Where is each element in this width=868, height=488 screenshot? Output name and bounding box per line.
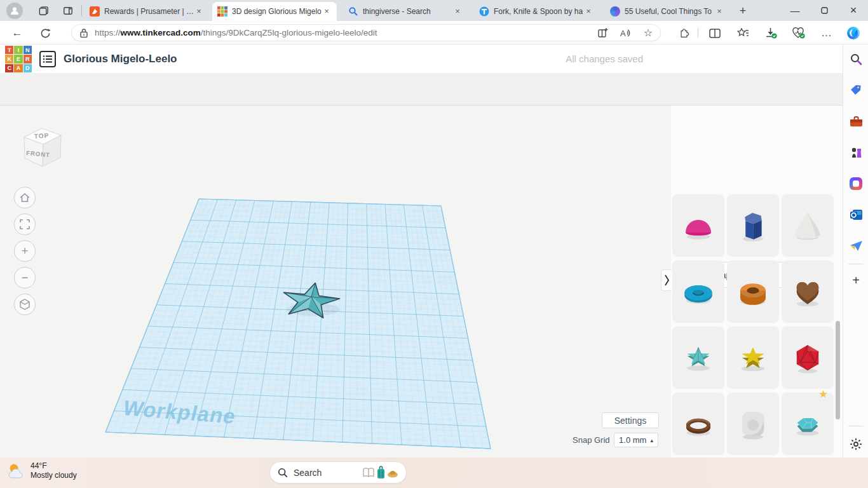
tinkercad-logo-tile: N <box>24 46 32 54</box>
drop-icon[interactable] <box>849 239 863 253</box>
tinkercad-logo-tile: C <box>5 64 13 72</box>
design-title[interactable]: Glorious Migelo-Leelo <box>64 44 177 74</box>
minimize-icon[interactable]: — <box>780 0 810 20</box>
taskbar-search[interactable]: Search <box>269 461 407 484</box>
browser-essentials-icon[interactable] <box>790 25 807 41</box>
3d-viewport[interactable] <box>0 105 671 458</box>
shape-heart[interactable] <box>782 261 834 323</box>
favorite-star-icon[interactable]: ☆ <box>644 27 653 39</box>
read-aloud-icon[interactable]: A <box>620 28 632 38</box>
url-omnibox[interactable]: https://www.tinkercad.com/things/9DkCarq… <box>71 24 661 41</box>
shopping-icon[interactable] <box>849 83 863 97</box>
close-icon[interactable]: × <box>583 6 593 17</box>
weather-temp: 44°F <box>31 461 46 470</box>
tab-actions-icon[interactable] <box>60 3 76 19</box>
tools-icon[interactable] <box>849 114 863 128</box>
shape-star[interactable] <box>672 327 724 389</box>
weather-icon <box>6 463 25 479</box>
extensions-icon[interactable] <box>676 25 693 41</box>
view-cube[interactable]: TOP FRONT <box>19 119 66 173</box>
snap-grid-label: Snap Grid <box>573 435 610 445</box>
fit-view-icon[interactable] <box>14 214 36 235</box>
divider <box>81 5 82 16</box>
split-screen-icon[interactable] <box>707 25 723 41</box>
divider <box>698 28 698 37</box>
weather-desc: Mostly cloudy <box>31 471 77 480</box>
caret-up-icon: ▴ <box>650 437 653 444</box>
pinwheel-icon <box>610 6 620 17</box>
tab-title: Rewards | Prusameter | Prin <box>104 7 194 16</box>
panel-scrollbar[interactable] <box>836 321 840 419</box>
hat-icon <box>387 468 398 478</box>
shape-torus[interactable] <box>672 261 724 323</box>
book-icon <box>362 467 375 478</box>
split-add-icon[interactable] <box>597 27 609 39</box>
tinkercad-logo-tile: K <box>5 55 13 63</box>
settings-button[interactable]: Settings <box>602 412 659 428</box>
zoom-in-icon[interactable]: + <box>14 240 36 262</box>
maximize-icon[interactable] <box>810 0 839 20</box>
tab-thingiverse-thing[interactable]: Fork, Knife & Spoon by ha × <box>474 2 599 21</box>
tab-article[interactable]: 55 Useful, Cool Things To × <box>605 2 729 21</box>
new-tab-icon[interactable]: + <box>735 3 751 19</box>
workspaces-icon[interactable] <box>35 3 51 19</box>
luggage-icon <box>377 466 385 479</box>
copilot-icon[interactable] <box>845 25 862 41</box>
edge-sidebar: + <box>843 44 868 458</box>
tab-thingiverse-search[interactable]: thingiverse - Search × <box>343 2 468 21</box>
tinkercad-header: TINKERCAD Glorious Migelo-Leelo All chan… <box>0 44 843 74</box>
games-icon[interactable] <box>849 146 863 159</box>
windows-taskbar: 44°FMostly cloudy Search 1 L <box>0 458 868 488</box>
close-icon[interactable]: × <box>452 6 463 17</box>
shape-polygon[interactable] <box>727 194 779 257</box>
tab-title: 55 Useful, Cool Things To <box>625 7 714 16</box>
home-icon[interactable] <box>14 187 36 208</box>
url-scheme: https:// <box>95 28 121 37</box>
search-icon <box>348 6 358 17</box>
downloads-icon[interactable] <box>763 25 779 41</box>
save-status: All changes saved <box>540 44 643 74</box>
search-icon[interactable] <box>849 52 863 66</box>
tab-prusa[interactable]: Rewards | Prusameter | Prin × <box>85 2 209 21</box>
refresh-icon[interactable] <box>37 25 53 41</box>
more-icon[interactable]: … <box>818 25 835 41</box>
url-host: www.tinkercad.com <box>121 28 201 37</box>
favorite-star-badge[interactable]: ★ <box>818 388 828 401</box>
shape-icosahedron[interactable] <box>782 327 834 389</box>
shape-dice[interactable] <box>727 393 779 455</box>
m365-icon[interactable] <box>849 177 863 191</box>
tab-tinkercad[interactable]: 3D design Glorious Migelo × <box>212 2 337 21</box>
tinkercad-logo-tile: D <box>24 64 32 72</box>
ortho-icon[interactable] <box>14 294 36 315</box>
lock-icon[interactable] <box>79 28 88 38</box>
back-icon[interactable]: ← <box>9 25 25 41</box>
tinkercad-logo-tile: R <box>24 55 32 63</box>
close-icon[interactable]: × <box>194 6 204 17</box>
panel-collapse-handle[interactable] <box>661 269 672 291</box>
shape-half-sphere[interactable] <box>672 194 724 257</box>
snap-grid-dropdown[interactable]: 1.0 mm ▴ <box>614 433 658 447</box>
add-icon[interactable]: + <box>849 273 863 287</box>
tinkercad-logo-tile: A <box>14 64 22 72</box>
tinkercad-logo-tile: I <box>14 46 22 54</box>
shape-ring[interactable] <box>672 393 724 455</box>
settings-gear-icon[interactable] <box>849 437 863 451</box>
url-path: /things/9DkCarqZ5lq-glorious-migelo-leel… <box>201 28 377 37</box>
menu-icon[interactable] <box>39 51 56 67</box>
shape-thick-star[interactable] <box>727 327 779 389</box>
shape-tube[interactable] <box>727 261 779 323</box>
shape-paraboloid[interactable] <box>782 194 834 257</box>
favorites-list-icon[interactable] <box>735 25 751 41</box>
zoom-out-icon[interactable]: − <box>14 267 36 288</box>
outlook-icon[interactable] <box>849 208 863 222</box>
shape-gem[interactable]: ★ <box>782 393 834 455</box>
close-icon[interactable]: × <box>839 0 868 20</box>
weather-widget[interactable]: 44°FMostly cloudy <box>6 461 77 480</box>
snap-grid-value: 1.0 mm <box>619 435 646 445</box>
close-icon[interactable]: × <box>322 6 332 17</box>
tinkercad-logo[interactable]: TINKERCAD <box>5 46 32 72</box>
close-icon[interactable]: × <box>714 6 724 17</box>
tab-title: thingiverse - Search <box>363 7 452 16</box>
search-icon <box>278 468 288 478</box>
profile-icon[interactable] <box>6 3 23 19</box>
